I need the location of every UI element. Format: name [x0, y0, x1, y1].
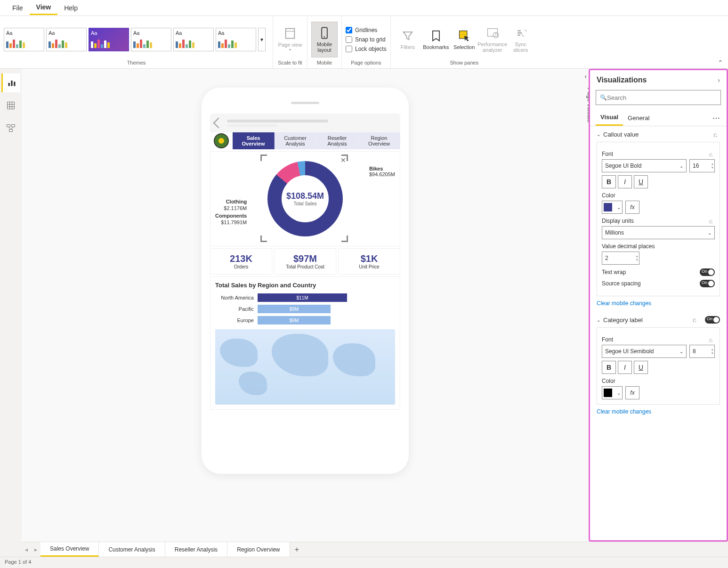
sync-slicers-button[interactable]: Sync slicers [508, 22, 534, 57]
selection-button[interactable]: Selection [451, 22, 477, 57]
add-page-button[interactable]: + [290, 545, 304, 554]
mobile-layout-icon [318, 26, 331, 40]
pane-tab-general[interactable]: General [623, 111, 654, 125]
italic2-button[interactable]: I [618, 361, 632, 374]
italic-button[interactable]: I [618, 175, 632, 188]
theme-swatch-3[interactable]: Aa [89, 28, 129, 51]
svg-point-3 [324, 36, 325, 37]
category-label-header[interactable]: ⌄Category label ⎌ On [597, 316, 720, 324]
size1-input[interactable]: 16▴▾ [689, 159, 715, 172]
filters-icon [401, 29, 414, 42]
snap-to-grid-checkbox[interactable]: Snap to grid [346, 36, 387, 43]
page-tab-reseller[interactable]: Reseller Analysis [165, 542, 227, 557]
source-spacing-toggle[interactable]: On [700, 280, 715, 287]
kpi-unit-price[interactable]: $1KUnit Price [338, 248, 400, 275]
decimals-input[interactable]: 2▴▾ [602, 252, 639, 265]
donut-left-labels: Clothing $2.1176M Components $11.7991M [215, 199, 247, 226]
color2-swatch[interactable]: ⌄ [602, 386, 623, 399]
page-tab-sales[interactable]: Sales Overview [40, 542, 99, 557]
theme-swatch-2[interactable]: Aa [46, 28, 87, 51]
bar-row-europe: Europe$9M [215, 316, 395, 325]
category-label-toggle[interactable]: On [705, 316, 720, 324]
theme-gallery: Aa Aa Aa Aa Aa Aa ▾ [4, 28, 266, 51]
page-tab-region[interactable]: Region Overview [227, 542, 290, 557]
color1-swatch[interactable]: ⌄ [602, 201, 623, 214]
theme-swatch-4[interactable]: Aa [131, 28, 171, 51]
mobile-group-label: Mobile [311, 60, 338, 67]
theme-swatch-5[interactable]: Aa [173, 28, 214, 51]
page-tab-customer[interactable]: Customer Analysis [99, 542, 165, 557]
performance-icon [486, 26, 499, 40]
region-chart-title: Total Sales by Region and Country [215, 282, 395, 289]
callout-value-header[interactable]: ⌄Callout value ⎌ [597, 131, 720, 138]
donut-center-value: $108.54M [286, 191, 324, 201]
underline-button[interactable]: U [634, 175, 648, 188]
model-view-button[interactable] [1, 119, 20, 138]
revert-icon[interactable]: ⎌ [709, 337, 715, 342]
bold-button[interactable]: B [602, 175, 616, 188]
pane-search[interactable]: 🔍 [596, 90, 721, 105]
phone-tab-region[interactable]: Region Overview [358, 132, 400, 149]
menu-view[interactable]: View [30, 0, 58, 15]
bold2-button[interactable]: B [602, 361, 616, 374]
page-prev-button[interactable]: ◂ [22, 546, 31, 553]
pane-tab-visual[interactable]: Visual [596, 110, 623, 126]
theme-swatch-6[interactable]: Aa [216, 28, 256, 51]
themes-group-label: Themes [4, 60, 269, 67]
clear-mobile-changes-2[interactable]: Clear mobile changes [597, 408, 720, 415]
phone-tab-reseller[interactable]: Reseller Analysis [316, 132, 358, 149]
menu-file[interactable]: File [6, 1, 30, 15]
svg-rect-0 [286, 29, 295, 39]
revert-icon[interactable]: ⎌ [713, 131, 720, 138]
scale-group-label: Scale to fit [277, 60, 303, 67]
lock-objects-checkbox[interactable]: Lock objects [346, 46, 387, 52]
donut-card[interactable]: ✕ Clothing $2.1176M Components $11.7991M… [210, 151, 400, 246]
mobile-layout-button[interactable]: Mobile layout [311, 22, 338, 57]
page-view-button[interactable]: Page view▾ [277, 22, 303, 57]
bar-row-na: North America$11M [215, 293, 395, 302]
bookmarks-icon [429, 29, 443, 42]
phone-tab-sales[interactable]: Sales Overview [233, 132, 275, 149]
phone-tab-customer[interactable]: Customer Analysis [275, 132, 316, 149]
visualizations-pane: Visualizations › 🔍 Visual General ⋯ ⌄Cal… [589, 69, 728, 542]
svg-rect-18 [9, 130, 13, 132]
svg-rect-10 [14, 82, 15, 86]
page-next-button[interactable]: ▸ [31, 546, 40, 553]
page-view-icon [283, 27, 297, 40]
performance-analyzer-button[interactable]: Performance analyzer [479, 22, 506, 57]
revert-icon[interactable]: ⎌ [709, 218, 715, 224]
region-card[interactable]: Total Sales by Region and Country North … [210, 276, 400, 410]
clear-mobile-changes-1[interactable]: Clear mobile changes [597, 300, 720, 307]
svg-line-19 [8, 127, 11, 130]
fx2-button[interactable]: fx [625, 386, 639, 399]
font2-select[interactable]: Segoe UI Semibold⌄ [602, 345, 687, 358]
kpi-orders[interactable]: 213KOrders [210, 248, 272, 275]
bookmarks-button[interactable]: Bookmarks [423, 22, 449, 57]
donut-chart: $108.54M Total Sales [267, 161, 343, 236]
phone-header [210, 114, 400, 132]
pane-more-button[interactable]: ⋯ [712, 114, 721, 122]
svg-rect-8 [8, 83, 9, 86]
pane-expand-button[interactable]: › [718, 76, 720, 84]
search-input[interactable] [607, 94, 717, 101]
revert-icon[interactable]: ⎌ [693, 316, 699, 323]
report-view-button[interactable] [1, 73, 20, 92]
font1-select[interactable]: Segoe UI Bold⌄ [602, 159, 687, 172]
filters-button[interactable]: Filters [395, 22, 421, 57]
phone-notch [291, 102, 319, 104]
size2-input[interactable]: 8▴▾ [689, 345, 715, 358]
left-rail [0, 69, 22, 138]
kpi-product-cost[interactable]: $97MTotal Product Cost [274, 248, 336, 275]
data-view-button[interactable] [1, 96, 20, 115]
menu-help[interactable]: Help [57, 1, 84, 15]
theme-gallery-more[interactable]: ▾ [258, 28, 266, 51]
display-units-select[interactable]: Millions⌄ [602, 226, 715, 239]
underline2-button[interactable]: U [634, 361, 648, 374]
theme-swatch-1[interactable]: Aa [4, 28, 44, 51]
ribbon-collapse-button[interactable]: ⌃ [718, 59, 723, 66]
fx1-button[interactable]: fx [625, 201, 639, 214]
canvas-collapse-button[interactable]: ‹ [584, 73, 587, 80]
text-wrap-toggle[interactable]: On [700, 268, 715, 276]
gridlines-checkbox[interactable]: Gridlines [346, 27, 387, 33]
revert-icon[interactable]: ⎌ [709, 151, 715, 157]
